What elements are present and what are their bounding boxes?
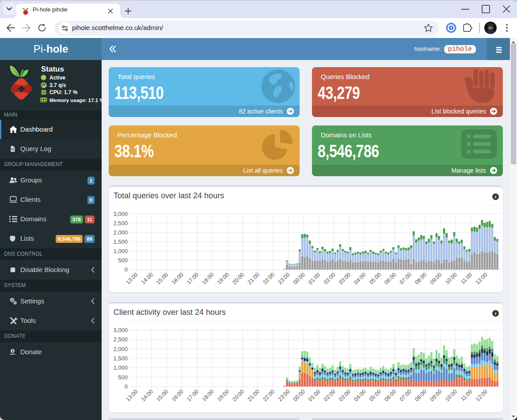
svg-text:17:00: 17:00 bbox=[186, 388, 200, 402]
svg-text:00:00: 00:00 bbox=[292, 388, 306, 402]
svg-text:06:00: 06:00 bbox=[383, 272, 397, 286]
svg-text:19:00: 19:00 bbox=[216, 388, 230, 402]
svg-text:07:00: 07:00 bbox=[399, 388, 413, 402]
svg-text:13:00: 13:00 bbox=[125, 272, 139, 286]
svg-text:12:00: 12:00 bbox=[475, 388, 489, 402]
svg-text:2,500: 2,500 bbox=[113, 336, 128, 343]
svg-text:03:00: 03:00 bbox=[338, 272, 352, 286]
svg-text:0: 0 bbox=[125, 383, 128, 390]
svg-text:04:00: 04:00 bbox=[353, 388, 367, 402]
svg-text:19:00: 19:00 bbox=[216, 272, 230, 286]
svg-text:03:00: 03:00 bbox=[338, 388, 352, 402]
svg-text:11:00: 11:00 bbox=[460, 388, 473, 402]
svg-text:17:00: 17:00 bbox=[186, 272, 200, 286]
svg-text:01:00: 01:00 bbox=[307, 388, 321, 402]
svg-text:22:00: 22:00 bbox=[262, 388, 276, 402]
svg-text:00:00: 00:00 bbox=[292, 272, 306, 286]
svg-text:23:00: 23:00 bbox=[277, 388, 291, 402]
svg-text:05:00: 05:00 bbox=[368, 388, 382, 402]
svg-text:2,500: 2,500 bbox=[113, 220, 128, 227]
svg-text:2,000: 2,000 bbox=[113, 346, 128, 352]
svg-text:15:00: 15:00 bbox=[155, 272, 169, 286]
svg-text:21:00: 21:00 bbox=[247, 388, 261, 402]
svg-text:3,000: 3,000 bbox=[113, 327, 128, 333]
svg-text:10:00: 10:00 bbox=[444, 272, 458, 286]
svg-text:1,500: 1,500 bbox=[113, 238, 128, 245]
svg-text:20:00: 20:00 bbox=[231, 388, 245, 402]
svg-text:500: 500 bbox=[118, 374, 128, 381]
svg-text:13:00: 13:00 bbox=[125, 388, 139, 402]
svg-text:23:00: 23:00 bbox=[277, 272, 291, 286]
svg-text:20:00: 20:00 bbox=[231, 272, 245, 286]
svg-text:11:00: 11:00 bbox=[460, 272, 473, 285]
svg-text:10:00: 10:00 bbox=[444, 388, 458, 402]
svg-text:18:00: 18:00 bbox=[201, 388, 215, 402]
svg-text:14:00: 14:00 bbox=[140, 272, 154, 286]
svg-text:500: 500 bbox=[118, 257, 128, 264]
svg-text:08:00: 08:00 bbox=[414, 388, 428, 402]
svg-text:12:00: 12:00 bbox=[475, 272, 489, 286]
svg-text:07:00: 07:00 bbox=[399, 272, 413, 286]
svg-text:21:00: 21:00 bbox=[247, 272, 261, 286]
svg-text:09:00: 09:00 bbox=[429, 272, 443, 286]
svg-text:1,500: 1,500 bbox=[113, 355, 128, 362]
svg-text:08:00: 08:00 bbox=[414, 272, 428, 286]
svg-text:04:00: 04:00 bbox=[353, 272, 367, 286]
svg-text:22:00: 22:00 bbox=[262, 272, 276, 286]
svg-text:14:00: 14:00 bbox=[140, 388, 154, 402]
svg-text:02:00: 02:00 bbox=[323, 272, 337, 286]
svg-text:1,000: 1,000 bbox=[113, 248, 128, 254]
svg-text:09:00: 09:00 bbox=[429, 388, 443, 402]
svg-text:02:00: 02:00 bbox=[323, 388, 337, 402]
svg-text:05:00: 05:00 bbox=[368, 272, 382, 286]
svg-text:01:00: 01:00 bbox=[307, 272, 321, 286]
svg-text:16:00: 16:00 bbox=[171, 388, 185, 402]
svg-text:1,000: 1,000 bbox=[113, 364, 128, 371]
svg-text:3,000: 3,000 bbox=[113, 211, 128, 217]
svg-text:0: 0 bbox=[125, 266, 128, 273]
svg-text:$: $ bbox=[12, 349, 14, 353]
svg-text:18:00: 18:00 bbox=[201, 272, 215, 286]
svg-text:2,000: 2,000 bbox=[113, 229, 128, 236]
svg-text:15:00: 15:00 bbox=[155, 388, 169, 402]
svg-text:06:00: 06:00 bbox=[383, 388, 397, 402]
svg-text:16:00: 16:00 bbox=[171, 272, 185, 286]
